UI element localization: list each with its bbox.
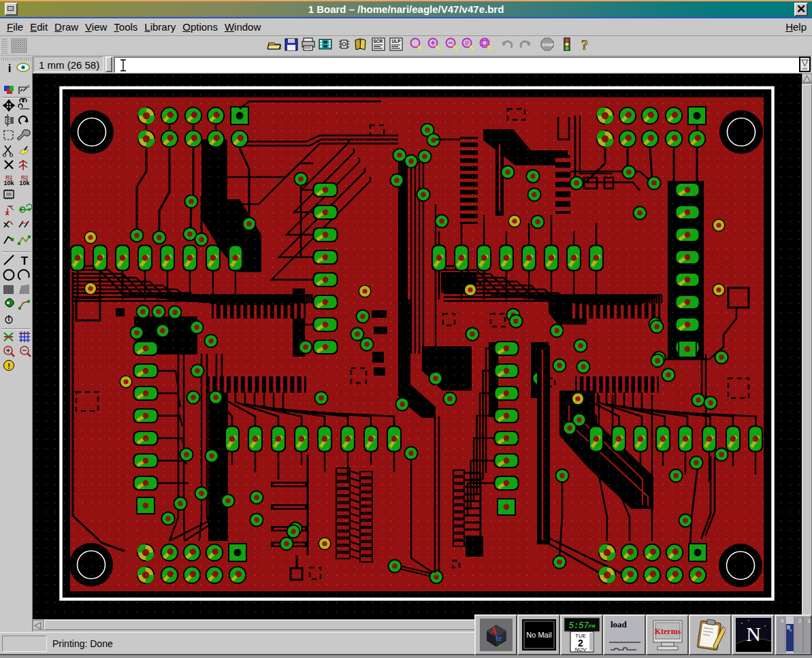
- svg-text:Kterms: Kterms: [655, 627, 681, 636]
- svg-text:5:57PM: 5:57PM: [569, 621, 596, 631]
- svg-text:ULP: ULP: [392, 39, 402, 44]
- svg-text:2: 2: [798, 618, 802, 624]
- svg-text:r: r: [499, 641, 503, 651]
- svg-text:!: !: [7, 362, 10, 370]
- svg-text:N: N: [746, 623, 761, 645]
- svg-text:T: T: [21, 254, 29, 267]
- svg-text:3: 3: [807, 618, 811, 624]
- svg-text:i: i: [8, 62, 12, 75]
- svg-text:0: 0: [27, 84, 30, 88]
- svg-text:NOV: NOV: [574, 646, 587, 653]
- svg-text:SCR: SCR: [374, 39, 383, 44]
- svg-text:0: 0: [781, 618, 784, 624]
- svg-text:v: v: [790, 628, 792, 632]
- svg-text:STOP: STOP: [542, 43, 553, 47]
- svg-text:No Mail: No Mail: [526, 631, 551, 639]
- svg-text:10k: 10k: [19, 180, 30, 186]
- svg-text:load: load: [611, 619, 628, 629]
- svg-text:?: ?: [581, 37, 588, 52]
- svg-text:10k: 10k: [3, 180, 14, 186]
